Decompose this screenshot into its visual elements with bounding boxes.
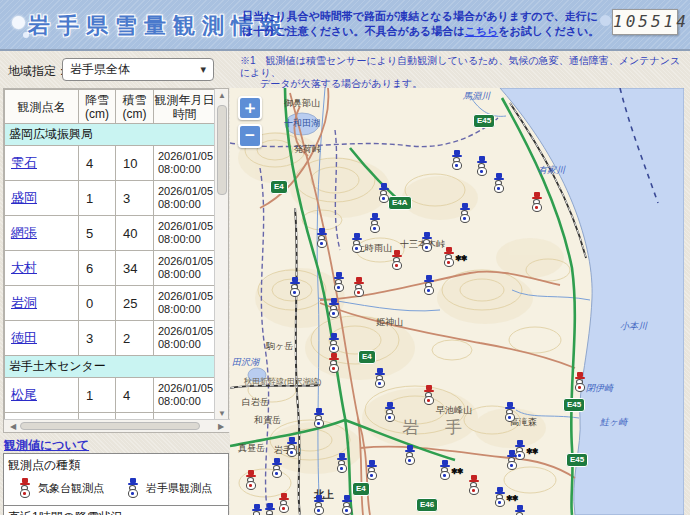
station-link[interactable]: 岩洞 [11,295,37,310]
station-link[interactable]: 雫石 [11,155,37,170]
station-link[interactable]: 大村 [11,260,37,275]
kochira-link[interactable]: こちら [465,25,499,37]
region-label: 地域指定： [8,63,68,80]
about-values-linkbox: 観測値について [4,437,89,454]
snowman-marker-blue[interactable] [383,402,396,422]
snowman-marker-blue[interactable] [492,173,505,193]
snowman-marker-blue[interactable] [373,368,386,388]
sm-dot [480,170,483,173]
sm-dot [23,492,26,495]
sm-dot [332,347,335,350]
table-vertical-scrollbar[interactable]: ▲ ▼ [214,89,228,421]
snowman-marker-red[interactable] [390,250,403,270]
header-name: 観測点名 [5,90,79,124]
map-label: 十和田湖 [284,117,320,130]
snowman-marker-blue[interactable] [475,156,488,176]
table-row: 松尾 1 4 2026/01/0508:00:00 [5,378,216,413]
sm-dot [355,247,358,250]
region-select[interactable]: 岩手県全体 ▾ [62,58,214,81]
snowfall-flag: ✱✱ [526,447,537,456]
expressway-shield: E45 [566,453,588,467]
recent-snowfall-title: 直近1時間の降雪状況 [4,506,228,515]
station-link[interactable]: 網張 [11,225,37,240]
snowman-marker-blue[interactable] [327,333,340,353]
snowfall-value: 5 [79,216,116,251]
snowman-marker-blue[interactable] [335,453,348,473]
map-zoom-out-button[interactable]: − [238,124,262,148]
snowman-marker-blue[interactable] [315,228,328,248]
horizontal-scroll-thumb[interactable] [20,422,200,430]
chevron-down-icon: ▾ [200,59,206,80]
station-link[interactable]: 徳田 [11,330,37,345]
snowman-marker-blue[interactable]: ✱✱ [493,487,506,507]
snowman-marker-blue[interactable] [340,495,353,515]
scroll-up-arrow[interactable]: ▲ [215,89,229,103]
snowman-marker-blue[interactable] [503,402,516,422]
snowman-marker-blue[interactable]: ✱✱ [438,460,451,480]
sm-dot [290,451,293,454]
map-label: 秋田新幹線(田沢湖線) [244,376,321,387]
snowman-marker-blue[interactable] [420,232,433,252]
snowman-marker-blue[interactable] [368,213,381,233]
sm-head [516,512,523,515]
snowman-marker-red[interactable] [277,493,290,513]
snowman-marker-red[interactable] [467,475,480,495]
map-label: 早池峰山 [436,404,472,417]
snowman-marker-blue[interactable] [285,437,298,457]
sm-body [444,258,454,267]
map-label: 鮭ヶ崎 [600,416,627,429]
map-canvas[interactable]: 御鼻部山十和田湖発荷峠馬淵川有家川小本川七時雨山十三本木峠姫神山岩手山早池峰山高… [230,88,684,515]
sm-body [337,464,347,473]
scroll-left-arrow[interactable]: ◀ [6,420,20,434]
snowman-marker-blue[interactable] [365,460,378,480]
snowman-marker-red[interactable] [244,470,257,490]
sm-dot [293,291,296,294]
map-zoom-in-button[interactable]: ＋ [238,96,262,120]
snowman-marker-blue[interactable] [422,275,435,295]
snowman-marker-blue[interactable] [377,183,390,203]
snowman-marker-blue[interactable] [450,150,463,170]
station-link[interactable]: 松尾 [11,387,37,402]
scroll-right-arrow[interactable]: ▶ [214,420,228,434]
sm-body [385,413,395,422]
snowman-marker-blue[interactable] [403,445,416,465]
snowman-marker-red [18,478,31,498]
control-bar: 地域指定： 岩手県全体 ▾ ※1 観測値は積雪センサーにより自動観測しているため… [0,53,690,88]
snowman-marker-red[interactable] [530,192,543,212]
snowman-marker-red[interactable] [422,385,435,405]
obs-datetime: 2026/01/0508:00:00 [154,378,216,413]
snowman-marker-red[interactable]: ✱✱ [442,247,455,267]
obs-date: 2026/01/05 [158,325,213,337]
header-datetime: 観測年月日時間 [154,90,216,124]
snowman-marker-blue[interactable] [250,504,263,515]
map-label: 真昼岳 [238,442,265,455]
sm-body [329,309,339,318]
snowman-marker-red[interactable] [573,372,586,392]
station-link[interactable]: 盛岡 [11,190,37,205]
snowman-marker-blue[interactable] [263,503,276,515]
snowman-marker-red[interactable] [352,277,365,297]
snowman-marker-blue[interactable] [270,458,283,478]
vertical-scroll-thumb[interactable] [217,105,227,195]
snowman-marker-blue[interactable] [332,272,345,292]
snowman-marker-blue[interactable] [458,203,471,223]
expressway-shield: E4 [270,180,288,194]
snowman-marker-blue[interactable] [350,233,363,253]
sm-dot [510,464,513,467]
snowman-marker-blue[interactable] [288,277,301,297]
legend-row: 気象台観測点 岩手県観測点 [4,476,228,502]
about-values-link[interactable]: 観測値について [4,438,89,452]
snowman-marker-blue[interactable] [513,505,526,515]
obs-time: 08:00:00 [158,268,201,280]
sm-body [424,286,434,295]
snowman-marker-blue[interactable] [327,298,340,318]
snowfall-value: 4 [79,146,116,181]
snowman-marker-blue[interactable] [312,495,325,515]
red-snowman-icon [18,478,32,498]
snowman-marker-blue[interactable] [312,408,325,428]
snowman-marker-red[interactable] [327,353,340,373]
table-horizontal-scrollbar[interactable]: ◀ ▶ [4,419,230,432]
depth-value: 34 [116,251,154,286]
snowman-marker-blue[interactable] [505,450,518,470]
sm-dot [317,509,320,512]
